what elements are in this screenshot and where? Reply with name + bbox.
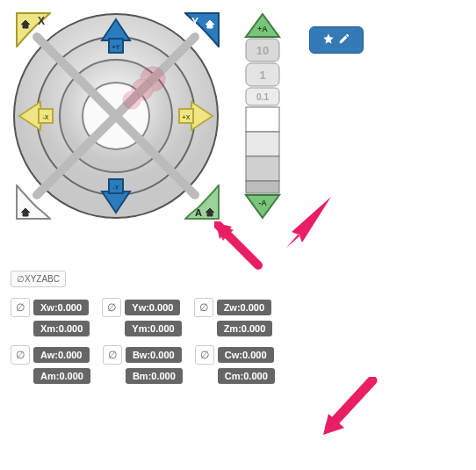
svg-text:-Y: -Y xyxy=(113,184,119,191)
svg-rect-28 xyxy=(246,132,279,156)
zero-all-button[interactable]: ∅XYZABC xyxy=(11,271,66,287)
zero-z-button[interactable]: ∅ xyxy=(194,298,213,317)
svg-rect-30 xyxy=(246,181,279,193)
svg-text:10: 10 xyxy=(256,44,269,57)
coord-zm[interactable]: Zm:0.000 xyxy=(217,321,273,336)
svg-text:+A: +A xyxy=(257,25,268,33)
star-icon xyxy=(322,33,335,47)
coord-aw[interactable]: Aw:0.000 xyxy=(33,347,90,363)
svg-text:Y: Y xyxy=(191,16,198,28)
jog-minus-a-button[interactable]: -A xyxy=(246,195,279,218)
axis-step-01-button[interactable]: 0.1 xyxy=(246,88,279,105)
coord-yw[interactable]: Yw:0.000 xyxy=(125,300,180,315)
jog-plus-a-button[interactable]: +A xyxy=(246,14,279,37)
annotation-arrow-icon xyxy=(214,221,267,274)
favorite-edit-button[interactable] xyxy=(309,26,364,54)
svg-text:+Y: +Y xyxy=(112,44,120,50)
svg-text:X: X xyxy=(38,15,45,27)
axis-a-strip: +A 10 1 0.1 xyxy=(242,12,283,220)
coord-xm[interactable]: Xm:0.000 xyxy=(33,321,90,336)
zero-x-button[interactable]: ∅ xyxy=(11,298,30,317)
coord-ym[interactable]: Ym:0.000 xyxy=(125,321,181,336)
coord-cm[interactable]: Cm:0.000 xyxy=(218,368,275,384)
coord-bm[interactable]: Bm:0.000 xyxy=(126,368,183,384)
home-a-button[interactable]: A xyxy=(184,184,220,220)
svg-text:-X: -X xyxy=(43,114,49,120)
svg-rect-27 xyxy=(246,107,279,132)
coord-cw[interactable]: Cw:0.000 xyxy=(218,347,274,363)
pencil-icon xyxy=(338,33,350,47)
svg-point-16 xyxy=(123,91,141,109)
home-y-button[interactable]: Y xyxy=(184,12,220,47)
annotation-arrow-icon xyxy=(320,377,381,438)
svg-text:A: A xyxy=(195,207,202,218)
home-x-button[interactable]: X xyxy=(16,12,51,47)
zero-y-button[interactable]: ∅ xyxy=(102,298,121,317)
zero-b-button[interactable]: ∅ xyxy=(103,345,122,365)
zero-c-button[interactable]: ∅ xyxy=(195,345,214,365)
svg-text:1: 1 xyxy=(259,69,265,82)
zero-a-button[interactable]: ∅ xyxy=(11,345,30,365)
coord-bw[interactable]: Bw:0.000 xyxy=(126,347,182,363)
svg-text:+X: +X xyxy=(183,114,191,120)
svg-rect-29 xyxy=(246,156,279,181)
svg-text:0.1: 0.1 xyxy=(256,92,269,102)
home-all-button[interactable] xyxy=(16,184,51,220)
axis-step-1-button[interactable]: 1 xyxy=(246,63,279,86)
axis-step-10-button[interactable]: 10 xyxy=(246,39,279,61)
coord-zw[interactable]: Zw:0.000 xyxy=(217,300,271,315)
coord-am[interactable]: Am:0.000 xyxy=(33,368,90,384)
svg-text:-A: -A xyxy=(258,199,267,207)
coord-xw[interactable]: Xw:0.000 xyxy=(33,300,89,315)
